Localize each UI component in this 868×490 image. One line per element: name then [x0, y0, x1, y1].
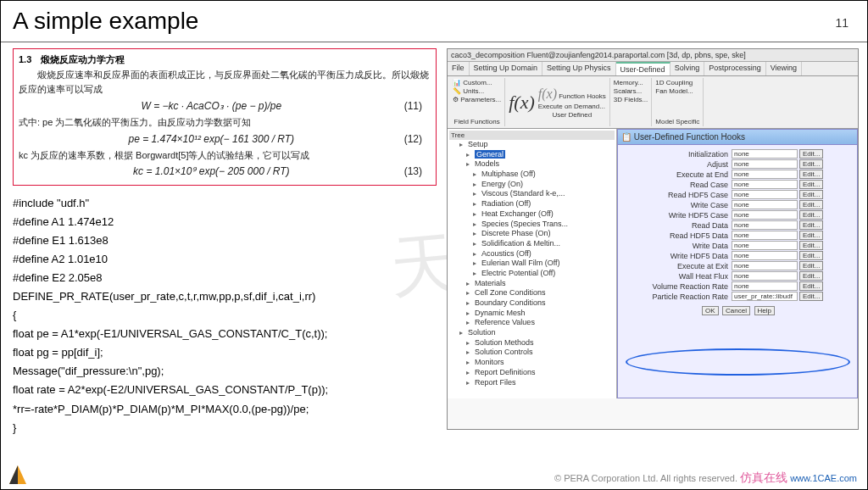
code-line: *rr=-rate*P_DIAM(p)*P_DIAM(p)*M_PI*MAX(0…	[13, 400, 437, 419]
scalars-btn[interactable]: Scalars...	[614, 87, 648, 95]
dialog-row: Execute at EndnoneEdit...	[621, 170, 854, 179]
coupling-btn[interactable]: 1D Coupling	[655, 79, 699, 86]
tree-item[interactable]: ▸Report Definitions	[459, 368, 615, 378]
page-number: 11	[835, 16, 849, 30]
code-line: #define A1 1.474e12	[13, 213, 437, 231]
dialog-row: Read HDF5 DatanoneEdit...	[621, 231, 854, 240]
tree-item[interactable]: ▸Reference Values	[459, 318, 615, 328]
parameters-btn[interactable]: ⚙ Parameters...	[453, 96, 501, 103]
tree-item[interactable]: ▸Multiphase (Off)	[459, 170, 615, 180]
code-line: Message("dif_pressure:\n",pg);	[13, 362, 437, 381]
equation-11: W = −kc · AcaCO₃ · (pe − p)/pe(11)	[19, 97, 431, 115]
dialog-row: Volume Reaction RatenoneEdit...	[621, 281, 854, 291]
menu-tab[interactable]: Setting Up Domain	[470, 62, 543, 75]
cancel-button[interactable]: Cancel	[722, 306, 750, 315]
code-line: float pg = pp[dif_i];	[13, 343, 437, 362]
menu-tab[interactable]: Viewing	[766, 62, 802, 75]
tree-item[interactable]: ▸Radiation (Off)	[459, 199, 615, 209]
hook-value[interactable]: none	[732, 261, 798, 270]
tree-item[interactable]: ▸Acoustics (Off)	[459, 249, 615, 259]
edit-button[interactable]: Edit...	[799, 241, 823, 250]
tree-item[interactable]: ▸General	[459, 150, 615, 160]
custom-btn[interactable]: 📊 Custom...	[453, 79, 501, 86]
menu-tab[interactable]: Setting Up Physics	[542, 62, 616, 75]
tree-item[interactable]: ▸Discrete Phase (On)	[459, 229, 615, 239]
execute-on-demand-btn[interactable]: Execute on Demand...	[538, 103, 606, 110]
footer: © PERA Corporation Ltd. All rights reser…	[554, 471, 857, 486]
hook-value[interactable]: none	[732, 190, 798, 199]
memory-btn[interactable]: Memory...	[614, 79, 648, 86]
hook-value[interactable]: none	[732, 149, 798, 159]
fields-btn[interactable]: 3D Fields...	[614, 96, 648, 103]
ok-button[interactable]: OK	[702, 306, 719, 315]
edit-button[interactable]: Edit...	[799, 190, 823, 199]
hook-value[interactable]: none	[732, 251, 798, 260]
fluent-screenshot: caco3_decomposition Fluent@zoujianfeng20…	[447, 48, 859, 430]
menu-tab[interactable]: File	[448, 62, 470, 75]
edit-button[interactable]: Edit...	[799, 261, 823, 270]
units-btn[interactable]: 📏 Units...	[453, 87, 501, 95]
tree-item[interactable]: ▸Viscous (Standard k-e,...	[459, 189, 615, 199]
edit-button[interactable]: Edit...	[799, 281, 823, 291]
edit-button[interactable]: Edit...	[799, 200, 823, 209]
tree-item[interactable]: ▸Monitors	[459, 358, 615, 368]
dialog-row: Read HDF5 CasenoneEdit...	[621, 190, 854, 199]
hook-value[interactable]: none	[732, 231, 798, 240]
tree-item[interactable]: ▸Cell Zone Conditions	[459, 288, 615, 298]
dialog-row: Read DatanoneEdit...	[621, 220, 854, 230]
tree-item[interactable]: ▸Boundary Conditions	[459, 298, 615, 309]
tree-item[interactable]: ▸Energy (On)	[459, 180, 615, 190]
tree-item[interactable]: ▸Solidification & Meltin...	[459, 239, 615, 249]
tree-item[interactable]: ▸Eulerian Wall Film (Off)	[459, 259, 615, 269]
edit-button[interactable]: Edit...	[799, 159, 823, 169]
help-button[interactable]: Help	[754, 306, 775, 315]
tree-item[interactable]: ▸Materials	[459, 279, 615, 289]
edit-button[interactable]: Edit...	[799, 170, 823, 179]
edit-button[interactable]: Edit...	[799, 149, 823, 159]
tree-item[interactable]: ▸Solution Methods	[459, 338, 615, 348]
menu-tab[interactable]: Solving	[670, 62, 705, 75]
dialog-row: Particle Reaction Rateuser_pr_rate::libu…	[621, 292, 854, 301]
edit-button[interactable]: Edit...	[799, 210, 823, 220]
edit-button[interactable]: Edit...	[799, 220, 823, 230]
hook-value[interactable]: none	[732, 220, 798, 230]
hook-value[interactable]: none	[732, 200, 798, 209]
hook-value[interactable]: none	[732, 159, 798, 169]
code-line: DEFINE_PR_RATE(user_pr_rate,c,t,r,mw,pp,…	[13, 287, 437, 306]
edit-button[interactable]: Edit...	[799, 180, 823, 189]
outline-tree[interactable]: Tree ▸Setup▸General▸Models▸Multiphase (O…	[448, 129, 617, 398]
equation-13: kc = 1.01×10⁹ exp(− 205 000 / RT)(13)	[19, 163, 431, 181]
tree-item[interactable]: ▸Dynamic Mesh	[459, 309, 615, 319]
code-line: #define A2 1.01e10	[13, 250, 437, 269]
hook-value[interactable]: none	[732, 281, 798, 291]
hook-value[interactable]: none	[732, 241, 798, 250]
hook-value[interactable]: none	[732, 170, 798, 179]
edit-button[interactable]: Edit...	[799, 251, 823, 260]
fan-model-btn[interactable]: Fan Model...	[655, 87, 699, 95]
hook-value[interactable]: none	[732, 180, 798, 189]
tree-item[interactable]: ▸Heat Exchanger (Off)	[459, 209, 615, 220]
tree-item[interactable]: ▸Solution Controls	[459, 348, 615, 358]
tree-item[interactable]: ▸Species (Species Trans...	[459, 220, 615, 230]
functions-icon[interactable]: f(x)	[509, 92, 535, 114]
ribbon-user-defined: f(x) f(x) Function Hooks Execute on Dema…	[505, 78, 610, 126]
hook-value[interactable]: none	[732, 210, 798, 220]
url-link[interactable]: www.1CAE.com	[790, 473, 857, 483]
menu-tab[interactable]: User-Defined	[616, 62, 670, 75]
tree-item[interactable]: ▸Models	[459, 159, 615, 170]
tree-item[interactable]: ▸Electric Potential (Off)	[459, 269, 615, 279]
tree-item[interactable]: ▸Setup	[459, 140, 615, 150]
tree-item[interactable]: ▸Solution	[459, 328, 615, 338]
edit-button[interactable]: Edit...	[799, 292, 823, 301]
function-hooks-btn[interactable]: Function Hooks	[559, 92, 606, 100]
dialog-row: InitializationnoneEdit...	[621, 149, 854, 159]
tree-item[interactable]: ▸Report Files	[459, 378, 615, 388]
hook-value[interactable]: user_pr_rate::libudf	[732, 292, 798, 301]
code-line: }	[13, 419, 437, 437]
hook-label: Write HDF5 Data	[621, 252, 732, 260]
menu-tab[interactable]: Postprocessing	[704, 62, 766, 75]
edit-button[interactable]: Edit...	[799, 271, 823, 281]
hook-value[interactable]: none	[732, 271, 798, 281]
edit-button[interactable]: Edit...	[799, 231, 823, 240]
cn-brand: 仿真在线	[740, 471, 787, 484]
